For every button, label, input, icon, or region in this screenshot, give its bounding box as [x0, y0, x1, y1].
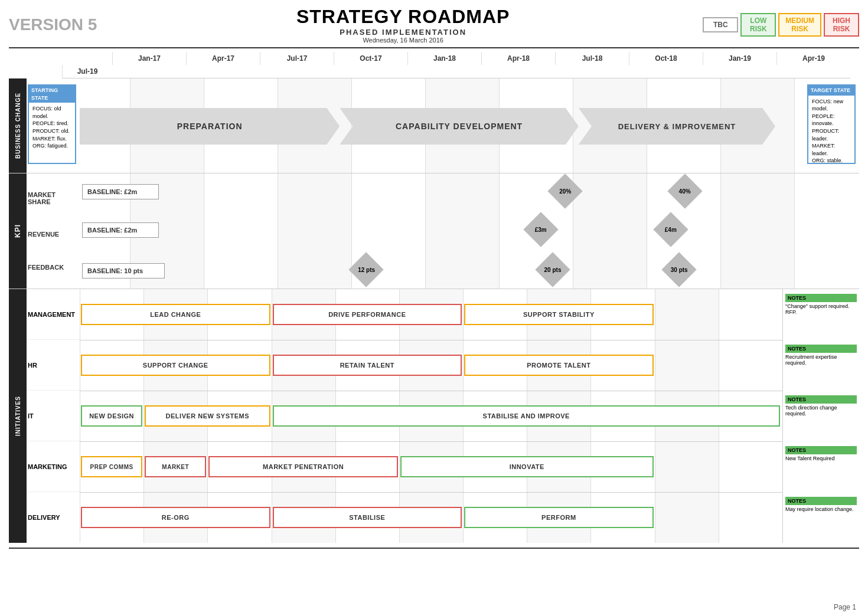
mkt-market: MARKET	[145, 456, 206, 477]
mgmt-notes-text: "Change" support required. RFP.	[785, 303, 857, 315]
rev-4m-label: £4m	[656, 215, 686, 244]
fb-20-label: 20 pts	[537, 255, 569, 284]
header-divider	[9, 47, 859, 48]
risk-tbc-badge: TBC	[703, 17, 738, 32]
sub-title: PHASED IMPLEMENTATION	[103, 28, 703, 37]
header: VERSION 5 STRATEGY ROADMAP PHASED IMPLEM…	[9, 6, 859, 44]
it-deliver-new-systems: DELIVER NEW SYSTEMS	[145, 405, 270, 427]
risk-badges: TBC LOWRISK MEDIUMRISK HIGHRISK	[703, 13, 859, 37]
risk-low-badge: LOWRISK	[740, 13, 776, 37]
timeline-col-jul18: Jul-18	[555, 52, 629, 65]
rev-3m-label: £3m	[526, 215, 556, 244]
del-notes-text: May require location change.	[785, 506, 857, 512]
timeline-col-oct17: Oct-17	[334, 52, 407, 65]
starting-state-box: STARTING STATE FOCUS: old model. PEOPLE:…	[28, 84, 76, 164]
kpi-market-share-label: MARKET SHARE	[28, 191, 79, 205]
fb-baseline: BASELINE: 10 pts	[82, 263, 165, 278]
fb-20-diamond-wrap: 20 pts	[537, 255, 569, 284]
fb-30-label: 30 pts	[663, 255, 696, 284]
timeline-col-apr18: Apr-18	[481, 52, 555, 65]
init-delivery-label: DELIVERY	[27, 492, 80, 543]
mgmt-drive-performance: DRIVE PERFORMANCE	[273, 304, 462, 325]
version-label: VERSION 5	[9, 15, 103, 34]
bc-label: BUSINESS CHANGE	[9, 78, 27, 173]
hr-promote-talent: PROMOTE TALENT	[464, 355, 654, 376]
it-notes-title: NOTES	[785, 395, 857, 404]
del-stabilise: STABILISE	[273, 507, 462, 528]
kpi-label: KPI	[9, 173, 27, 289]
mkt-innovate: INNOVATE	[400, 456, 654, 477]
kpi-section: KPI MARKET SHARE REVENUE FEEDBACK	[9, 173, 859, 289]
page-container: VERSION 5 STRATEGY ROADMAP PHASED IMPLEM…	[0, 0, 868, 616]
init-label: INITIATIVES	[9, 289, 27, 543]
del-perform: PERFORM	[464, 507, 654, 528]
rev-3m-diamond-wrap: £3m	[526, 215, 556, 244]
ms-40-label: 40%	[670, 176, 700, 206]
hr-support-change: SUPPORT CHANGE	[81, 355, 270, 376]
bc-timeline: PREPARATION CAPABILITY DEVELOPMENT DELIV…	[80, 78, 782, 173]
starting-state-lines: FOCUS: old model. PEOPLE: tired. PRODUCT…	[32, 105, 71, 150]
it-notes: NOTES Tech direction change required.	[785, 395, 857, 417]
timeline-wrapper: Jan-17 Apr-17 Jul-17 Oct-17 Jan-18 Apr-1…	[9, 52, 859, 78]
mkt-notes-title: NOTES	[785, 446, 857, 454]
timeline-col-jul17: Jul-17	[260, 52, 334, 65]
timeline-header: Jan-17 Apr-17 Jul-17 Oct-17 Jan-18 Apr-1…	[62, 52, 850, 78]
timeline-col-jan18: Jan-18	[407, 52, 481, 65]
rev-4m-diamond-wrap: £4m	[656, 215, 686, 244]
mkt-notes-text: New Talent Required	[785, 456, 857, 461]
timeline-col-empty	[62, 52, 112, 65]
risk-high-badge: HIGHRISK	[824, 13, 859, 37]
notes-spacer	[850, 52, 868, 78]
ms-40-diamond-wrap: 40%	[670, 176, 700, 206]
phase-delivery: DELIVERY & IMPROVEMENT	[579, 108, 775, 145]
sub-date: Wednesday, 16 March 2016	[103, 37, 703, 44]
kpi-revenue-label: REVENUE	[28, 231, 79, 238]
mgmt-support-stability: SUPPORT STABILITY	[464, 304, 654, 325]
fb-12-diamond-wrap: 12 pts	[350, 255, 383, 284]
notes-column: NOTES "Change" support required. RFP. NO…	[782, 289, 859, 543]
timeline-col-jul19: Jul-19	[62, 65, 112, 78]
init-management-label: MANAGEMENT	[27, 289, 80, 340]
timeline-col-oct18: Oct-18	[629, 52, 703, 65]
mgmt-notes-title: NOTES	[785, 294, 857, 302]
timeline-content: Jan-17 Apr-17 Jul-17 Oct-17 Jan-18 Apr-1…	[62, 52, 850, 78]
page-number: Page 1	[834, 603, 856, 611]
init-it-label: IT	[27, 391, 80, 441]
main-title: STRATEGY ROADMAP	[103, 6, 703, 28]
init-timeline: LEAD CHANGE DRIVE PERFORMANCE SUPPORT ST…	[80, 289, 782, 543]
fb-30-diamond-wrap: 30 pts	[663, 255, 696, 284]
mkt-market-penetration: MARKET PENETRATION	[208, 456, 398, 477]
left-spacer	[9, 52, 62, 78]
timeline-col-apr17: Apr-17	[186, 52, 260, 65]
it-new-design: NEW DESIGN	[81, 405, 142, 427]
kpi-feedback-label: FEEDBACK	[28, 264, 79, 271]
hr-notes-text: Recruitment expertise required.	[785, 354, 857, 366]
starting-state-title: STARTING STATE	[29, 86, 75, 103]
kpi-timeline: BASELINE: £2m 20% 40% BASELINE: £2m £3m …	[80, 173, 782, 289]
init-row-labels: MANAGEMENT HR IT MARKETING DELIVERY	[27, 289, 80, 543]
init-marketing-label: MARKETING	[27, 441, 80, 492]
ms-20-label: 20%	[550, 176, 580, 206]
it-notes-text: Tech direction change required.	[785, 405, 857, 417]
bc-starting-col: STARTING STATE FOCUS: old model. PEOPLE:…	[27, 78, 80, 173]
ms-baseline: BASELINE: £2m	[82, 184, 159, 199]
del-notes: NOTES May require location change.	[785, 497, 857, 512]
kpi-row-labels: MARKET SHARE REVENUE FEEDBACK	[27, 173, 80, 289]
title-block: STRATEGY ROADMAP PHASED IMPLEMENTATION W…	[103, 6, 703, 44]
hr-retain-talent: RETAIN TALENT	[273, 355, 462, 376]
phase-capability: CAPABILITY DEVELOPMENT	[340, 108, 579, 145]
rev-baseline: BASELINE: £2m	[82, 222, 159, 238]
timeline-col-jan17: Jan-17	[112, 52, 186, 65]
del-re-org: RE-ORG	[81, 507, 270, 528]
footer-divider	[9, 548, 859, 549]
target-state-title: TARGET STATE	[808, 86, 854, 96]
it-stabilise-improve: STABILISE AND IMPROVE	[273, 405, 780, 427]
hr-notes-title: NOTES	[785, 345, 857, 353]
mkt-prep-comms: PREP COMMS	[81, 456, 142, 477]
mkt-notes: NOTES New Talent Required	[785, 446, 857, 461]
target-state-box: TARGET STATE FOCUS: new model. PEOPLE: i…	[807, 84, 856, 164]
initiatives-section: INITIATIVES MANAGEMENT HR IT MARKETING D…	[9, 289, 859, 543]
target-state-lines: FOCUS: new model. PEOPLE: innovate. PROD…	[812, 98, 851, 165]
business-change-section: BUSINESS CHANGE STARTING STATE FOCUS: ol…	[9, 78, 859, 173]
timeline-col-jan19: Jan-19	[703, 52, 776, 65]
